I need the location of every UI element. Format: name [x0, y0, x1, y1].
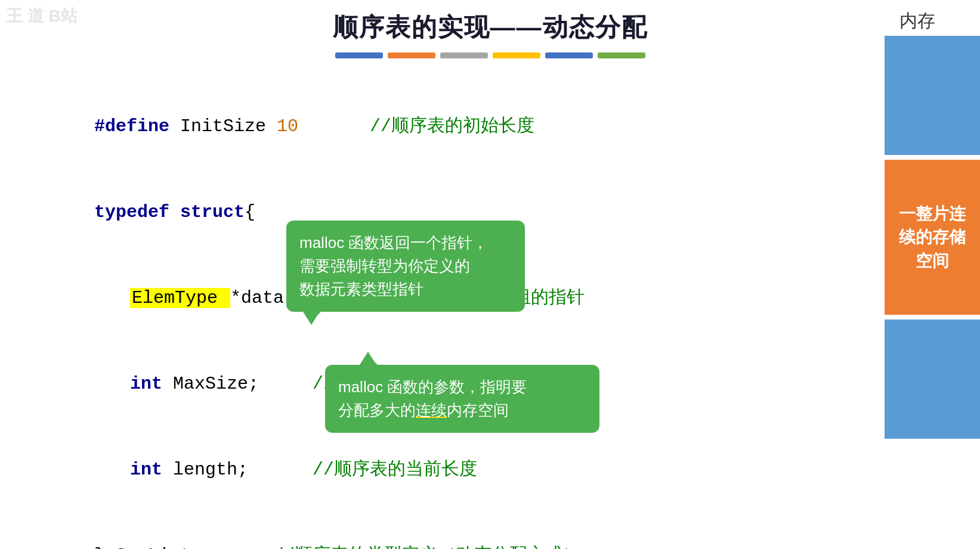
bubble2-arrow: [360, 352, 376, 365]
struct-keyword: struct: [180, 202, 245, 222]
color-seg-3: [440, 52, 488, 58]
watermark-text: 王 道 B站: [6, 5, 78, 27]
maxsize-field: MaxSize;: [173, 374, 259, 394]
memory-panel: 内存 一整片连续的存储空间: [861, 0, 980, 549]
color-seg-2: [388, 52, 435, 58]
brace-open: {: [245, 202, 255, 222]
define-keyword: #define: [94, 116, 180, 137]
typedef-keyword: typedef: [94, 202, 180, 222]
memory-gap2: [885, 315, 980, 320]
color-seg-6: [598, 52, 645, 58]
bubble1-text: malloc 函数返回一个指针，需要强制转型为你定义的数据元素类型指针: [299, 234, 488, 298]
brace-close: } SeqList;: [94, 545, 202, 549]
int-keyword-5: int: [130, 460, 173, 480]
pointer-data: *data;: [230, 288, 295, 308]
code-block: #define InitSize 10//顺序表的初始长度 typedef st…: [30, 83, 728, 549]
memory-block-orange: 一整片连续的存储空间: [885, 160, 980, 315]
memory-block-blue2: [885, 320, 980, 439]
code-line-6: } SeqList;//顺序表的类型定义（动态分配方式）: [30, 513, 728, 549]
color-seg-5: [545, 52, 593, 58]
initsize-name: InitSize: [180, 116, 277, 137]
int-keyword-4: int: [130, 374, 173, 394]
bubble2: malloc 函数的参数，指明要分配多大的连续内存空间: [325, 365, 599, 433]
memory-block-blue1: [885, 36, 980, 155]
code-line-5: int length;//顺序表的当前长度: [30, 427, 728, 513]
bubble2-text: malloc 函数的参数，指明要分配多大的连续内存空间: [338, 378, 527, 419]
line6-comment: //顺序表的类型定义（动态分配方式）: [273, 545, 581, 549]
initsize-value: 10: [277, 116, 298, 137]
bubble1-arrow: [303, 312, 320, 325]
memory-label: 一整片连续的存储空间: [893, 202, 972, 272]
color-seg-1: [335, 52, 383, 58]
color-seg-4: [493, 52, 540, 58]
page-title: 顺序表的实现——动态分配: [0, 0, 980, 44]
elemtype-highlight: ElemType: [130, 288, 230, 308]
length-field: length;: [173, 460, 248, 480]
code-line-1: #define InitSize 10//顺序表的初始长度: [30, 83, 728, 169]
memory-gap1: [885, 155, 980, 160]
bubble1: malloc 函数返回一个指针，需要强制转型为你定义的数据元素类型指针: [286, 221, 525, 312]
line1-comment: //顺序表的初始长度: [370, 116, 534, 137]
memory-title: 内存: [861, 0, 980, 33]
line5-comment: //顺序表的当前长度: [313, 460, 477, 480]
color-bar: [0, 52, 980, 58]
memory-blocks: 一整片连续的存储空间: [885, 36, 980, 489]
